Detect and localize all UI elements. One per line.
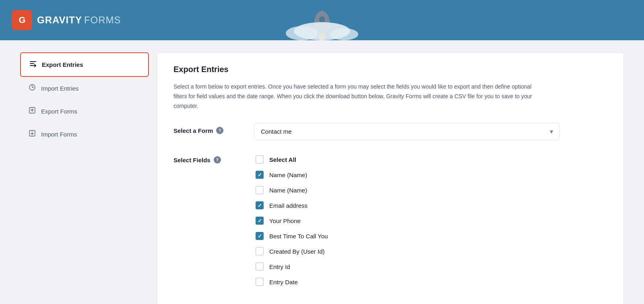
sidebar: Export Entries Import Entries Export For…	[20, 52, 149, 304]
field-label-entry-id: Entry Id	[269, 263, 290, 270]
logo-gravity: GRAVITY	[37, 14, 82, 26]
field-label-name-2: Name (Name)	[269, 187, 307, 194]
field-item-entry-id[interactable]: Entry Id	[254, 259, 607, 274]
checkbox-phone[interactable]	[256, 217, 264, 225]
form-select-wrapper: Contact me ▼	[254, 123, 560, 140]
page-title: Export Entries	[173, 65, 607, 74]
field-label-created-by: Created By (User Id)	[269, 248, 325, 255]
rocket-illustration	[314, 11, 330, 40]
sidebar-item-export-forms-label: Export Forms	[41, 108, 77, 115]
checkbox-email[interactable]	[256, 201, 264, 209]
cloud-main	[294, 22, 350, 40]
field-label-phone: Your Phone	[269, 217, 301, 224]
select-form-row: Select a Form ? Contact me ▼	[173, 123, 607, 140]
form-select[interactable]: Contact me	[254, 123, 560, 140]
select-form-control: Contact me ▼	[254, 123, 607, 140]
logo-forms: FORMS	[84, 14, 121, 26]
field-item-best-time[interactable]: Best Time To Call You	[254, 229, 607, 243]
sidebar-item-export-entries[interactable]: Export Entries	[20, 52, 149, 77]
content-area: Export Entries Select a form below to ex…	[157, 52, 624, 304]
field-item-email[interactable]: Email address	[254, 198, 607, 213]
field-label-email: Email address	[269, 202, 308, 209]
field-label-best-time: Best Time To Call You	[269, 233, 328, 240]
app-header: G GRAVITY FORMS	[0, 0, 644, 40]
sidebar-item-export-entries-label: Export Entries	[42, 61, 83, 68]
sidebar-item-import-entries-label: Import Entries	[41, 85, 78, 92]
export-entries-icon	[29, 60, 37, 70]
checkbox-name-1[interactable]	[256, 171, 264, 179]
field-label-entry-date: Entry Date	[269, 279, 298, 285]
import-entries-icon	[28, 83, 36, 93]
checkbox-select-all[interactable]	[256, 155, 264, 163]
sidebar-item-import-forms[interactable]: Import Forms	[20, 123, 149, 146]
field-label-name-1: Name (Name)	[269, 172, 307, 178]
select-fields-label: Select Fields	[173, 157, 211, 163]
select-form-label: Select a Form	[173, 127, 213, 134]
fields-help-question-mark: ?	[216, 157, 219, 162]
field-label-select-all: Select All	[269, 156, 296, 163]
main-wrapper: Export Entries Import Entries Export For…	[8, 40, 636, 304]
logo-letter: G	[19, 15, 25, 25]
select-fields-help-icon[interactable]: ?	[214, 156, 221, 163]
checkbox-created-by[interactable]	[256, 247, 264, 255]
field-item-phone[interactable]: Your Phone	[254, 213, 607, 228]
export-forms-icon	[28, 106, 36, 116]
checkbox-entry-id[interactable]	[256, 263, 264, 271]
sidebar-item-import-forms-label: Import Forms	[41, 131, 77, 138]
import-forms-icon	[28, 129, 36, 139]
select-fields-row: Select Fields ? Select All Name (Name)	[173, 152, 607, 289]
logo-text: GRAVITY FORMS	[37, 14, 121, 26]
fields-list: Select All Name (Name) Name (Name)	[254, 152, 607, 289]
select-form-help-icon[interactable]: ?	[216, 127, 223, 134]
sidebar-item-export-forms[interactable]: Export Forms	[20, 100, 149, 123]
rocket-window	[319, 17, 325, 22]
field-item-entry-date[interactable]: Entry Date	[254, 275, 607, 289]
checkbox-entry-date[interactable]	[256, 278, 264, 286]
fields-control: Select All Name (Name) Name (Name)	[254, 152, 607, 289]
checkbox-name-2[interactable]	[256, 186, 264, 194]
page-description: Select a form below to export entries. O…	[173, 82, 536, 111]
sidebar-item-import-entries[interactable]: Import Entries	[20, 77, 149, 100]
select-form-label-col: Select a Form ?	[173, 123, 238, 134]
field-item-name-2[interactable]: Name (Name)	[254, 183, 607, 197]
logo-area: G GRAVITY FORMS	[12, 10, 121, 30]
field-item-name-1[interactable]: Name (Name)	[254, 168, 607, 182]
select-fields-label-col: Select Fields ?	[173, 152, 238, 163]
help-question-mark: ?	[219, 128, 221, 133]
logo-icon: G	[12, 10, 32, 30]
field-item-select-all[interactable]: Select All	[254, 152, 607, 167]
checkbox-best-time[interactable]	[256, 232, 264, 240]
field-item-created-by[interactable]: Created By (User Id)	[254, 244, 607, 259]
